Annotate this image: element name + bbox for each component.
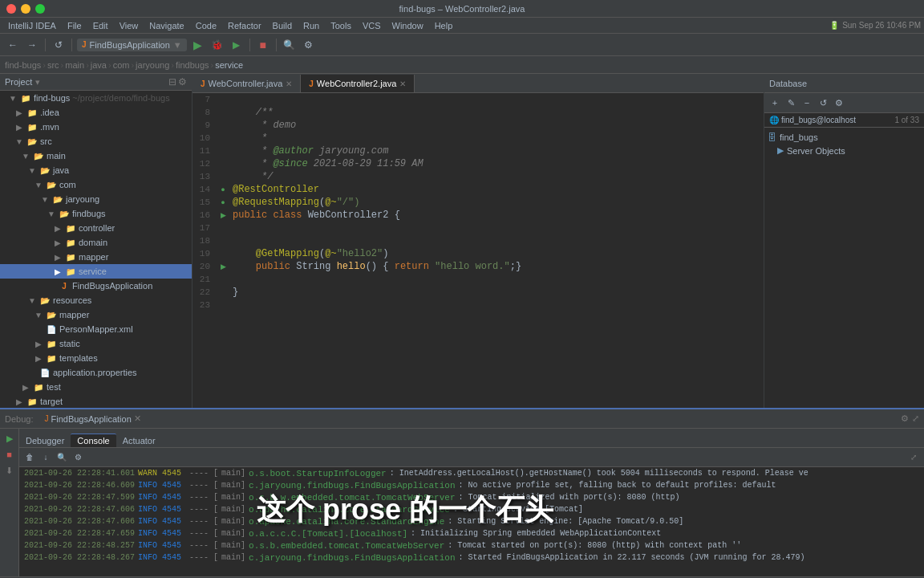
debug-settings-icon[interactable]: ⚙	[901, 413, 909, 424]
tab-webcontroller2[interactable]: J WebController2.java ✕	[301, 75, 415, 92]
search-everywhere-button[interactable]: 🔍	[282, 37, 298, 53]
run-config-selector[interactable]: J FindBugsApplication ▼	[77, 39, 187, 51]
tree-personmapper[interactable]: 📄 PersonMapper.xml	[0, 322, 192, 336]
tree-static[interactable]: ▶ 📁 static	[0, 336, 192, 351]
menu-file[interactable]: File	[63, 20, 87, 31]
refresh-button[interactable]: ↺	[51, 37, 67, 53]
menu-navigate[interactable]: Navigate	[144, 20, 188, 31]
menu-window[interactable]: Window	[387, 20, 428, 31]
console-filter-icon[interactable]: 🔍	[55, 450, 69, 465]
menu-help[interactable]: Help	[430, 20, 458, 31]
tree-personmapper-label: PersonMapper.xml	[58, 324, 133, 334]
settings-gear-icon[interactable]: ⚙	[178, 76, 187, 88]
stop-button[interactable]: ■	[255, 37, 271, 53]
tree-java[interactable]: ▼ 📂 java	[0, 163, 192, 177]
tree-appprops-label: application.properties	[51, 368, 137, 377]
tree-target[interactable]: ▶ 📁 target	[0, 394, 192, 408]
menu-intellij[interactable]: IntelliJ IDEA	[3, 20, 61, 31]
debug-resume-button[interactable]: ▶	[3, 432, 16, 445]
breadcrumb-part-7[interactable]: service	[215, 60, 243, 70]
tree-main[interactable]: ▼ 📂 main	[0, 149, 192, 163]
tree-idea[interactable]: ▶ 📁 .idea	[0, 105, 192, 120]
tree-service[interactable]: ▶ 📁 service	[0, 264, 192, 279]
tree-com[interactable]: ▼ 📂 com	[0, 177, 192, 192]
menu-view[interactable]: View	[115, 20, 144, 31]
menu-vcs[interactable]: VCS	[358, 20, 386, 31]
db-add-button[interactable]: +	[768, 96, 782, 110]
tree-mvn[interactable]: ▶ 📁 .mvn	[0, 120, 192, 134]
db-filter-button[interactable]: ⚙	[832, 96, 846, 110]
menu-tools[interactable]: Tools	[326, 20, 356, 31]
tab-debugger[interactable]: Debugger	[19, 434, 71, 447]
menu-run[interactable]: Run	[298, 20, 324, 31]
db-refresh-button[interactable]: ↺	[816, 96, 830, 110]
back-button[interactable]: ←	[5, 37, 21, 53]
tree-test-label: test	[45, 382, 61, 392]
db-delete-button[interactable]: −	[800, 96, 814, 110]
project-label: Project	[5, 77, 32, 87]
debug-button[interactable]: 🐞	[209, 37, 225, 53]
console-tabs: Debugger Console Actuator	[19, 429, 924, 448]
tree-appprops[interactable]: 📄 application.properties	[0, 365, 192, 380]
forward-button[interactable]: →	[24, 37, 40, 53]
debug-expand-icon[interactable]: ⤢	[912, 413, 919, 424]
db-item-findbugs[interactable]: 🗄 find_bugs	[768, 131, 921, 144]
breadcrumb-part-4[interactable]: com	[113, 60, 130, 70]
db-folder-icon: ▶	[777, 145, 784, 156]
tree-templates[interactable]: ▶ 📁 templates	[0, 351, 192, 365]
tree-resources[interactable]: ▼ 📂 resources	[0, 293, 192, 307]
menu-bar: IntelliJ IDEA File Edit View Navigate Co…	[0, 18, 924, 34]
console-clear-icon[interactable]: 🗑	[22, 450, 37, 465]
db-server-objects-label: Server Objects	[787, 146, 845, 156]
tree-mapper2[interactable]: ▼ 📂 mapper	[0, 307, 192, 322]
breadcrumb-part-3[interactable]: java	[91, 60, 107, 70]
db-item-server-objects[interactable]: ▶ Server Objects	[768, 144, 921, 157]
tree-com-label: com	[58, 180, 76, 189]
tree-test[interactable]: ▶ 📁 test	[0, 380, 192, 394]
maximize-button[interactable]	[35, 4, 45, 14]
debug-tab-close[interactable]: ✕	[134, 413, 141, 424]
tree-jaryoung[interactable]: ▼ 📂 jaryoung	[0, 192, 192, 206]
breadcrumb-part-5[interactable]: jaryoung	[136, 60, 169, 70]
debug-step-over-button[interactable]: ⬇	[3, 464, 16, 477]
breadcrumb-part-1[interactable]: src	[47, 60, 59, 70]
breadcrumb-part-6[interactable]: findbugs	[176, 60, 209, 70]
tab-close-icon[interactable]: ✕	[286, 79, 292, 88]
menu-refactor[interactable]: Refactor	[223, 20, 266, 31]
tree-controller[interactable]: ▶ 📁 controller	[0, 221, 192, 235]
menu-code[interactable]: Code	[191, 20, 221, 31]
breadcrumb-part-0[interactable]: find-bugs	[5, 60, 41, 70]
console-settings-icon[interactable]: ⚙	[71, 450, 85, 465]
collapse-icon[interactable]: ⊟	[168, 76, 176, 88]
java-app-icon: J	[44, 414, 48, 423]
settings-button[interactable]: ⚙	[301, 37, 317, 53]
coverage-button[interactable]: ▶	[229, 37, 245, 53]
console-scroll-icon[interactable]: ↓	[38, 450, 53, 465]
tree-findbugsapp[interactable]: J FindBugsApplication	[0, 279, 192, 293]
run-button[interactable]: ▶	[190, 37, 206, 53]
close-button[interactable]	[6, 4, 16, 14]
tree-root[interactable]: ▼ 📁 find-bugs ~/project/demo/find-bugs	[0, 91, 192, 105]
tree-mapper[interactable]: ▶ 📁 mapper	[0, 250, 192, 264]
console-expand-icon[interactable]: ⤢	[906, 450, 921, 465]
project-dropdown-icon[interactable]: ▾	[35, 77, 40, 88]
db-connection-name[interactable]: find_bugs@localhost	[781, 116, 856, 124]
tab-console[interactable]: Console	[71, 434, 116, 447]
tree-domain[interactable]: ▶ 📁 domain	[0, 235, 192, 250]
breadcrumb-part-2[interactable]: main	[65, 60, 84, 70]
minimize-button[interactable]	[21, 4, 30, 14]
tab-actuator[interactable]: Actuator	[116, 434, 162, 447]
tab-findbugsapp[interactable]: J FindBugsApplication ✕	[38, 412, 147, 425]
folder-open-icon: 📂	[26, 135, 38, 148]
code-line-19: 19 @GetMapping(@~"hello2")	[192, 247, 764, 260]
db-edit-button[interactable]: ✎	[784, 96, 798, 110]
debug-stop-button[interactable]: ■	[3, 448, 16, 461]
tree-findbugs[interactable]: ▼ 📂 findbugs	[0, 206, 192, 221]
tree-src[interactable]: ▼ 📂 src	[0, 134, 192, 149]
editor-content[interactable]: 7 8 /** 9 * demo 10 * 11	[192, 93, 764, 408]
folder-icon: 📁	[26, 120, 38, 133]
tab-close-icon[interactable]: ✕	[399, 79, 406, 88]
menu-build[interactable]: Build	[268, 20, 297, 31]
tab-webcontroller[interactable]: J WebController.java ✕	[192, 75, 301, 92]
menu-edit[interactable]: Edit	[88, 20, 113, 31]
